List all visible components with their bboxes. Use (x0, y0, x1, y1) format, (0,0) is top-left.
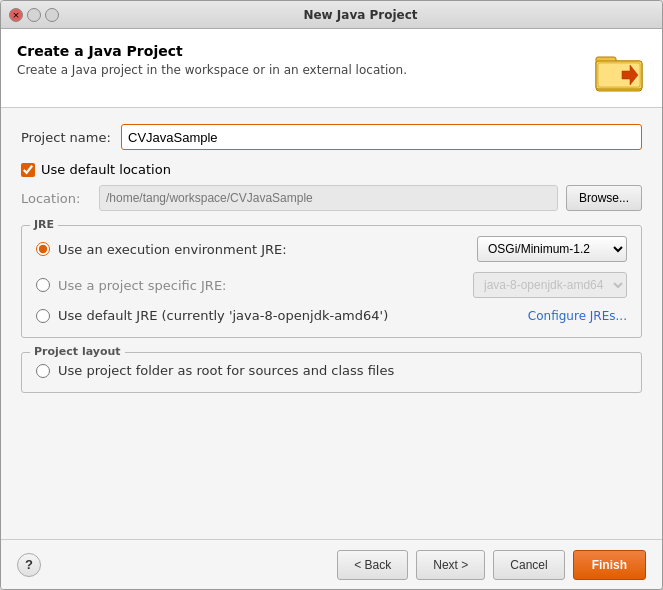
jre-option3-row: Use default JRE (currently 'java-8-openj… (36, 308, 627, 323)
minimize-button[interactable] (27, 8, 41, 22)
back-button[interactable]: < Back (337, 550, 408, 580)
use-default-location-row: Use default location (21, 162, 642, 177)
jre-option2-row: Use a project specific JRE: java-8-openj… (36, 272, 627, 298)
footer-left: ? (17, 553, 41, 577)
footer-right: < Back Next > Cancel Finish (337, 550, 646, 580)
layout-option1-row: Use project folder as root for sources a… (36, 363, 627, 378)
header-section: Create a Java Project Create a Java proj… (1, 29, 662, 108)
folder-icon (594, 43, 646, 95)
project-layout-group: Project layout Use project folder as roo… (21, 352, 642, 393)
project-name-input[interactable] (121, 124, 642, 150)
jre-group: JRE Use an execution environment JRE: OS… (21, 225, 642, 338)
use-default-location-checkbox[interactable] (21, 163, 35, 177)
page-description: Create a Java project in the workspace o… (17, 63, 407, 77)
project-name-label: Project name: (21, 130, 121, 145)
header-text: Create a Java Project Create a Java proj… (17, 43, 407, 77)
configure-jres-link[interactable]: Configure JREs... (528, 309, 627, 323)
cancel-button[interactable]: Cancel (493, 550, 564, 580)
close-icon: × (12, 10, 20, 20)
content-area: Project name: Use default location Locat… (1, 108, 662, 539)
title-bar: × New Java Project (1, 1, 662, 29)
page-title: Create a Java Project (17, 43, 407, 59)
location-row: Location: Browse... (21, 185, 642, 211)
next-button[interactable]: Next > (416, 550, 485, 580)
jre-group-title: JRE (30, 218, 58, 231)
project-layout-title: Project layout (30, 345, 125, 358)
use-default-location-label[interactable]: Use default location (41, 162, 171, 177)
jre-option2-radio[interactable] (36, 278, 50, 292)
help-button[interactable]: ? (17, 553, 41, 577)
jre-option1-radio[interactable] (36, 242, 50, 256)
layout-option1-radio[interactable] (36, 364, 50, 378)
jre-option3-radio[interactable] (36, 309, 50, 323)
browse-button[interactable]: Browse... (566, 185, 642, 211)
jre-environment-select[interactable]: OSGi/Minimum-1.2 (477, 236, 627, 262)
window-controls: × (9, 8, 59, 22)
jre-specific-select[interactable]: java-8-openjdk-amd64 (473, 272, 627, 298)
jre-option2-label[interactable]: Use a project specific JRE: (58, 278, 465, 293)
window-title: New Java Project (67, 8, 654, 22)
close-button[interactable]: × (9, 8, 23, 22)
jre-option1-row: Use an execution environment JRE: OSGi/M… (36, 236, 627, 262)
layout-option1-label[interactable]: Use project folder as root for sources a… (58, 363, 627, 378)
location-label: Location: (21, 191, 91, 206)
new-java-project-dialog: × New Java Project Create a Java Project… (0, 0, 663, 590)
footer: ? < Back Next > Cancel Finish (1, 539, 662, 589)
finish-button[interactable]: Finish (573, 550, 646, 580)
jre-option3-label[interactable]: Use default JRE (currently 'java-8-openj… (58, 308, 520, 323)
maximize-button[interactable] (45, 8, 59, 22)
jre-option1-label[interactable]: Use an execution environment JRE: (58, 242, 469, 257)
location-input[interactable] (99, 185, 558, 211)
project-name-row: Project name: (21, 124, 642, 150)
